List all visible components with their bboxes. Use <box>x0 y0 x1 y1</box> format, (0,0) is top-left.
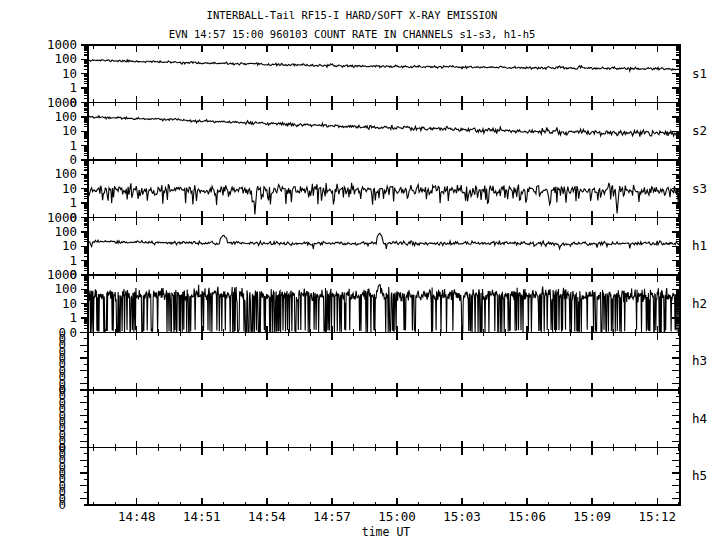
x-tick-label: 14:54 <box>248 509 286 524</box>
y-tick-label: 1000 <box>47 267 77 282</box>
y-tick-label: 100 <box>54 166 77 181</box>
trace-s1 <box>88 60 680 71</box>
x-tick-label: 15:03 <box>443 509 481 524</box>
x-tick-label: 14:57 <box>313 509 351 524</box>
panel-h1: 10001001010h1 <box>47 210 707 283</box>
channel-label-s2: s2 <box>692 123 707 138</box>
y-tick-label: 100 <box>54 281 77 296</box>
panel-h3: 0000000000h3 <box>58 325 707 398</box>
y-tick-label: 1 <box>69 138 77 153</box>
panel-s3: 1001010s3 <box>54 160 707 225</box>
y-tick-label: 1 <box>69 80 77 95</box>
y-tick-label: 1000 <box>47 95 77 110</box>
plot-area: 10001001010s110001001010s21001010s310001… <box>0 0 720 550</box>
y-tick-label: 10 <box>62 238 77 253</box>
panel-h2: 10001001010h2 <box>47 267 707 340</box>
y-tick-label: 0 <box>58 497 66 512</box>
trace-s3 <box>88 183 680 215</box>
y-tick-label: 100 <box>54 224 77 239</box>
y-tick-label: 1000 <box>47 210 77 225</box>
y-tick-label: 0 <box>69 325 77 340</box>
channel-label-s1: s1 <box>692 66 707 81</box>
x-tick-label: 15:09 <box>573 509 611 524</box>
y-tick-label: 0 <box>69 152 77 167</box>
panel-h5: 0000000000h5 <box>58 440 707 513</box>
trace-h2 <box>88 285 680 333</box>
y-tick-label: 10 <box>62 123 77 138</box>
y-tick-label: 1 <box>69 195 77 210</box>
x-tick-label: 15:00 <box>378 509 416 524</box>
channel-label-h3: h3 <box>692 353 707 368</box>
y-tick-label: 100 <box>54 51 77 66</box>
channel-label-h4: h4 <box>692 411 707 426</box>
x-tick-label: 15:12 <box>638 509 676 524</box>
x-axis-title: time UT <box>362 525 410 539</box>
xray-count-rate-figure: INTERBALL-Tail RF15-I HARD/SOFT X-RAY EM… <box>0 0 720 550</box>
y-tick-label: 100 <box>54 109 77 124</box>
y-tick-label: 10 <box>62 66 77 81</box>
y-tick-label: 1000 <box>47 37 77 52</box>
trace-s2 <box>88 116 680 137</box>
y-tick-label: 10 <box>62 296 77 311</box>
panel-s1: 10001001010s1 <box>47 37 707 110</box>
panel-s2: 10001001010s2 <box>47 95 707 168</box>
channel-label-h5: h5 <box>692 468 707 483</box>
panel-h4: 0000000000h4 <box>58 382 707 455</box>
x-tick-label: 14:48 <box>118 509 156 524</box>
channel-label-h2: h2 <box>692 296 707 311</box>
channel-label-s3: s3 <box>692 181 707 196</box>
y-tick-label: 10 <box>62 181 77 196</box>
x-tick-label: 15:06 <box>508 509 546 524</box>
channel-label-h1: h1 <box>692 238 707 253</box>
x-tick-label: 14:51 <box>183 509 221 524</box>
y-tick-label: 1 <box>69 310 77 325</box>
trace-h1 <box>88 233 680 249</box>
y-tick-label: 1 <box>69 253 77 268</box>
